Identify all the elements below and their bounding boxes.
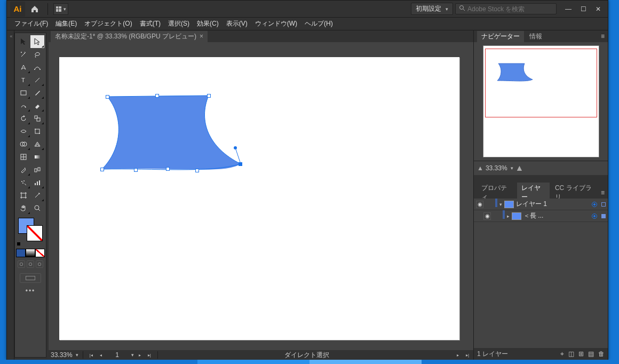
menu-type[interactable]: 書式(T) <box>137 19 164 28</box>
menu-object[interactable]: オブジェクト(O) <box>81 19 135 28</box>
anchor-point[interactable] <box>134 168 138 172</box>
panel-menu-icon[interactable]: ≡ <box>601 33 605 40</box>
scroll-right-button[interactable]: ▸ <box>454 351 462 359</box>
hand-tool[interactable] <box>17 202 30 215</box>
menu-file[interactable]: ファイル(F) <box>11 19 51 28</box>
blend-tool[interactable] <box>30 163 44 176</box>
selected-shape[interactable] <box>102 94 241 180</box>
selection-indicator[interactable] <box>601 214 606 218</box>
artboard-tool[interactable] <box>17 189 30 202</box>
menu-window[interactable]: ウィンドウ(W) <box>252 19 300 28</box>
panel-menu-icon[interactable]: ≡ <box>601 189 605 196</box>
minimize-button[interactable]: — <box>562 4 575 14</box>
rectangle-tool[interactable] <box>17 86 30 99</box>
close-button[interactable]: ✕ <box>592 4 605 14</box>
anchor-point[interactable] <box>195 169 199 172</box>
next-artboard-button[interactable]: ▸ <box>136 351 144 359</box>
screen-mode-button[interactable] <box>20 273 41 283</box>
arrange-docs-button[interactable]: ▾ <box>53 3 68 15</box>
navigator-view-rect[interactable] <box>485 49 597 117</box>
line-tool[interactable] <box>30 74 44 86</box>
anchor-point[interactable] <box>207 94 211 98</box>
type-tool[interactable]: T <box>17 74 30 86</box>
visibility-toggle-icon[interactable]: ◉ <box>476 201 483 208</box>
menu-help[interactable]: ヘルプ(H) <box>301 19 336 28</box>
curvature-tool[interactable] <box>30 61 44 74</box>
stroke-color-swatch[interactable] <box>27 225 43 241</box>
draw-normal-mode[interactable] <box>18 260 25 268</box>
panel-collapse-strip[interactable]: « <box>7 30 14 360</box>
anchor-point[interactable] <box>155 94 159 98</box>
last-artboard-button[interactable]: ▸| <box>146 351 153 359</box>
artboard-number[interactable]: 1 <box>107 351 128 359</box>
zoom-tool[interactable] <box>30 202 44 215</box>
chevron-down-icon[interactable]: ▾ <box>511 165 513 171</box>
gradient-tool[interactable] <box>30 151 44 163</box>
layer-row[interactable]: ◉ ▸ ＜長 ... <box>474 210 608 222</box>
close-tab-icon[interactable]: × <box>200 33 203 40</box>
color-mode-gradient[interactable] <box>26 249 35 257</box>
adobe-stock-search[interactable] <box>455 3 557 14</box>
document-tab[interactable]: 名称未設定-1* @ 33.33% (RGB/GPU プレビュー) × <box>51 31 208 42</box>
zoom-in-icon[interactable]: ▲ <box>515 163 524 173</box>
color-mode-none[interactable] <box>35 249 45 257</box>
lasso-tool[interactable] <box>30 48 44 61</box>
layer-name[interactable]: ＜長 ... <box>523 211 543 220</box>
draw-inside-mode[interactable] <box>36 260 43 268</box>
new-layer-icon[interactable]: ▤ <box>588 350 594 358</box>
fill-stroke-swatches[interactable] <box>17 218 44 242</box>
disclosure-icon[interactable]: ▾ <box>499 202 502 207</box>
eyedropper-tool[interactable] <box>17 163 30 176</box>
column-graph-tool[interactable] <box>30 176 44 189</box>
free-transform-tool[interactable] <box>30 125 44 138</box>
shaper-tool[interactable] <box>17 99 30 112</box>
anchor-point[interactable] <box>106 95 109 99</box>
anchor-point-selected[interactable] <box>239 162 242 166</box>
info-tab[interactable]: 情報 <box>525 31 546 42</box>
menu-edit[interactable]: 編集(E) <box>52 19 80 28</box>
zoom-dropdown-icon[interactable]: ▾ <box>76 352 78 358</box>
menu-view[interactable]: 表示(V) <box>223 19 251 28</box>
color-mode-solid[interactable] <box>16 249 26 257</box>
maximize-button[interactable]: ☐ <box>577 4 590 14</box>
shape-builder-tool[interactable] <box>17 138 30 151</box>
first-artboard-button[interactable]: |◂ <box>88 351 95 359</box>
edit-toolbar-icon[interactable]: ••• <box>26 287 36 295</box>
selection-tool[interactable] <box>17 35 30 48</box>
menu-select[interactable]: 選択(S) <box>165 19 193 28</box>
default-colors-icon[interactable] <box>17 242 20 246</box>
rotate-tool[interactable] <box>17 112 30 125</box>
disclosure-icon[interactable]: ▸ <box>507 213 510 219</box>
selection-indicator[interactable] <box>601 202 606 207</box>
delete-layer-icon[interactable]: 🗑 <box>598 350 605 358</box>
slice-tool[interactable] <box>30 189 44 202</box>
anchor-point[interactable] <box>100 168 104 171</box>
layer-name[interactable]: レイヤー 1 <box>516 200 547 209</box>
width-tool[interactable] <box>17 125 30 138</box>
draw-behind-mode[interactable] <box>27 260 34 268</box>
pen-tool[interactable] <box>17 61 30 74</box>
canvas[interactable] <box>49 42 473 350</box>
home-icon[interactable] <box>27 3 42 15</box>
paintbrush-tool[interactable] <box>30 86 44 99</box>
navigator-preview[interactable] <box>483 45 599 157</box>
zoom-level[interactable]: 33.33% <box>51 351 73 359</box>
magic-wand-tool[interactable] <box>17 48 30 61</box>
stock-search-input[interactable] <box>467 5 553 13</box>
mesh-tool[interactable] <box>17 151 30 163</box>
nav-zoom-value[interactable]: 33.33% <box>486 164 507 172</box>
target-icon[interactable] <box>592 213 597 219</box>
symbol-sprayer-tool[interactable] <box>17 176 30 189</box>
prev-artboard-button[interactable]: ◂ <box>97 351 105 359</box>
navigator-tab[interactable]: ナビゲーター <box>477 31 524 42</box>
anchor-point[interactable] <box>166 167 170 171</box>
eraser-tool[interactable] <box>30 99 44 112</box>
make-clipping-mask-icon[interactable]: ◫ <box>568 350 574 358</box>
menu-effect[interactable]: 効果(C) <box>194 19 222 28</box>
create-sublayer-icon[interactable]: ⊞ <box>578 350 584 358</box>
artboard-dropdown-icon[interactable]: ▾ <box>131 352 134 358</box>
workspace-selector[interactable]: 初期設定 ▾ <box>411 3 453 15</box>
target-icon[interactable] <box>592 202 597 207</box>
layer-row[interactable]: ◉ ▾ レイヤー 1 <box>474 199 608 210</box>
locate-object-icon[interactable]: ⌖ <box>560 350 564 358</box>
